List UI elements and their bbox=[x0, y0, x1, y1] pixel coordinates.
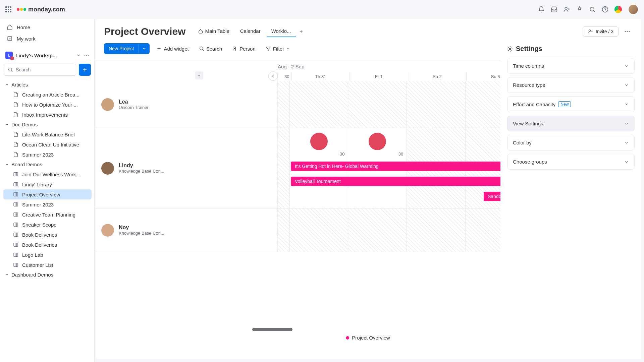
svg-rect-9 bbox=[14, 173, 18, 176]
tree-section-header[interactable]: Board Demos bbox=[3, 160, 92, 169]
add-tab-button[interactable] bbox=[297, 27, 305, 36]
svg-point-7 bbox=[88, 55, 89, 56]
person-role: Knowledge Base Con... bbox=[119, 231, 164, 236]
svg-rect-13 bbox=[14, 213, 18, 217]
svg-point-20 bbox=[625, 31, 626, 32]
invite-button[interactable]: Invite / 3 bbox=[583, 26, 619, 37]
user-avatar[interactable] bbox=[628, 4, 639, 15]
tree-item[interactable]: Book Deliveries bbox=[3, 240, 92, 250]
tree-item[interactable]: Lindy' Library bbox=[3, 179, 92, 189]
person-avatar bbox=[101, 98, 114, 111]
settings-row[interactable]: Effort and CapacityNew bbox=[507, 96, 635, 112]
board-title: Project Overview bbox=[104, 26, 185, 37]
person-filter-button[interactable]: Person bbox=[229, 44, 259, 54]
tree-item[interactable]: Book Deliveries bbox=[3, 230, 92, 240]
workspace-menu-icon[interactable] bbox=[84, 52, 90, 58]
svg-rect-14 bbox=[14, 223, 18, 227]
tree-item[interactable]: Creative Team Planning bbox=[3, 209, 92, 220]
svg-point-22 bbox=[629, 31, 630, 32]
capacity-indicator[interactable] bbox=[369, 133, 386, 150]
tree-item[interactable]: Summer 2023 bbox=[3, 199, 92, 209]
chevron-down-icon bbox=[286, 47, 290, 51]
day-header: Th 31 bbox=[292, 72, 350, 81]
tree-item[interactable]: Life-Work Balance Brief bbox=[3, 129, 92, 139]
help-icon[interactable] bbox=[602, 6, 608, 13]
legend: Project Overview bbox=[346, 335, 390, 341]
workspace-header[interactable]: L Lindy's Worksp... bbox=[3, 48, 92, 62]
filter-icon bbox=[266, 46, 271, 51]
sidebar: Home My work L Lindy's Worksp... Search … bbox=[0, 19, 95, 362]
board-tab[interactable]: Main Table bbox=[194, 25, 234, 37]
sidebar-search-input[interactable]: Search bbox=[4, 64, 76, 76]
main-area: Project Overview Main TableCalendarWorkl… bbox=[95, 19, 641, 359]
tree-item[interactable]: Logo Lab bbox=[3, 250, 92, 260]
tree-section-header[interactable]: Articles bbox=[3, 80, 92, 89]
prev-week-button[interactable] bbox=[268, 71, 278, 81]
sidebar-search-placeholder: Search bbox=[16, 67, 31, 72]
board-tabs: Main TableCalendarWorklo... bbox=[194, 25, 305, 37]
new-project-dropdown[interactable] bbox=[139, 44, 150, 53]
apps-icon[interactable] bbox=[576, 6, 583, 13]
add-widget-button[interactable]: Add widget bbox=[153, 44, 192, 54]
capacity-value: 30 bbox=[340, 152, 344, 157]
svg-point-23 bbox=[200, 47, 203, 50]
search-icon[interactable] bbox=[589, 6, 596, 13]
plus-icon bbox=[82, 67, 88, 73]
filter-button[interactable]: Filter bbox=[262, 44, 293, 54]
settings-panel: Settings Time columnsResource typeEffort… bbox=[500, 39, 641, 359]
tree-item[interactable]: How to Optomize Your ... bbox=[3, 100, 92, 110]
notifications-icon[interactable] bbox=[538, 6, 545, 13]
collapse-all-button[interactable]: « bbox=[195, 71, 203, 79]
nav-mywork-label: My work bbox=[17, 36, 36, 42]
tree-item[interactable]: Ocean Clean Up Initiative bbox=[3, 139, 92, 149]
nav-home[interactable]: Home bbox=[3, 21, 92, 33]
svg-rect-18 bbox=[14, 263, 18, 267]
tree-section-header[interactable]: Dashboard Demos bbox=[3, 270, 92, 280]
capacity-indicator[interactable] bbox=[310, 133, 328, 150]
tree-item[interactable]: Project Overview bbox=[3, 189, 92, 199]
settings-row[interactable]: Color by bbox=[507, 135, 635, 150]
svg-point-0 bbox=[565, 7, 567, 9]
svg-rect-10 bbox=[14, 183, 18, 186]
inbox-icon[interactable] bbox=[551, 6, 557, 13]
tree-item[interactable]: Sneaker Scope bbox=[3, 220, 92, 230]
person-name: Lea bbox=[119, 99, 149, 105]
legend-dot-icon bbox=[346, 336, 349, 340]
tree-section-header[interactable]: Doc Demos bbox=[3, 120, 92, 129]
person-name: Lindy bbox=[119, 163, 164, 169]
search-button[interactable]: Search bbox=[196, 44, 226, 54]
horizontal-scrollbar[interactable] bbox=[252, 328, 292, 331]
invite-members-icon[interactable] bbox=[564, 6, 570, 13]
chevron-down-icon bbox=[76, 53, 81, 58]
product-switcher-icon[interactable] bbox=[614, 6, 622, 13]
task-bar[interactable]: Volleyball Tournament bbox=[291, 177, 526, 186]
apps-menu-icon[interactable] bbox=[5, 6, 11, 12]
svg-rect-12 bbox=[14, 203, 18, 206]
tree-item[interactable]: Inbox Improvements bbox=[3, 110, 92, 120]
mywork-icon bbox=[7, 36, 13, 42]
svg-point-24 bbox=[234, 47, 236, 49]
settings-row[interactable]: Resource type bbox=[507, 77, 635, 93]
tree-item[interactable]: Creating an Article Brea... bbox=[3, 89, 92, 100]
week-range-label: Aug - 2 Sep bbox=[278, 64, 304, 69]
svg-point-21 bbox=[627, 31, 628, 32]
settings-row[interactable]: Time columns bbox=[507, 58, 635, 74]
task-bar[interactable]: It's Getting Hot in Here- Global Warming bbox=[291, 162, 526, 171]
person-label: Person bbox=[239, 46, 256, 52]
settings-row[interactable]: Choose groups bbox=[507, 154, 635, 170]
tree-item[interactable]: Summer 2023 bbox=[3, 149, 92, 160]
day-header: Sa 2 bbox=[408, 72, 467, 81]
new-project-button[interactable]: New Project bbox=[104, 43, 150, 54]
tree-item[interactable]: Join Our Wellness Work... bbox=[3, 169, 92, 179]
add-item-button[interactable] bbox=[79, 64, 91, 76]
tree-item[interactable]: Customer List bbox=[3, 260, 92, 270]
board-tab[interactable]: Calendar bbox=[235, 25, 265, 37]
new-project-label: New Project bbox=[104, 43, 139, 54]
settings-row[interactable]: View Settings bbox=[507, 116, 635, 131]
brand-logo[interactable]: monday.com bbox=[17, 6, 65, 13]
legend-label: Project Overview bbox=[352, 335, 390, 341]
board-tab[interactable]: Worklo... bbox=[267, 25, 296, 37]
board-menu-button[interactable] bbox=[623, 27, 632, 36]
topbar: monday.com bbox=[0, 0, 644, 19]
nav-mywork[interactable]: My work bbox=[3, 33, 92, 44]
